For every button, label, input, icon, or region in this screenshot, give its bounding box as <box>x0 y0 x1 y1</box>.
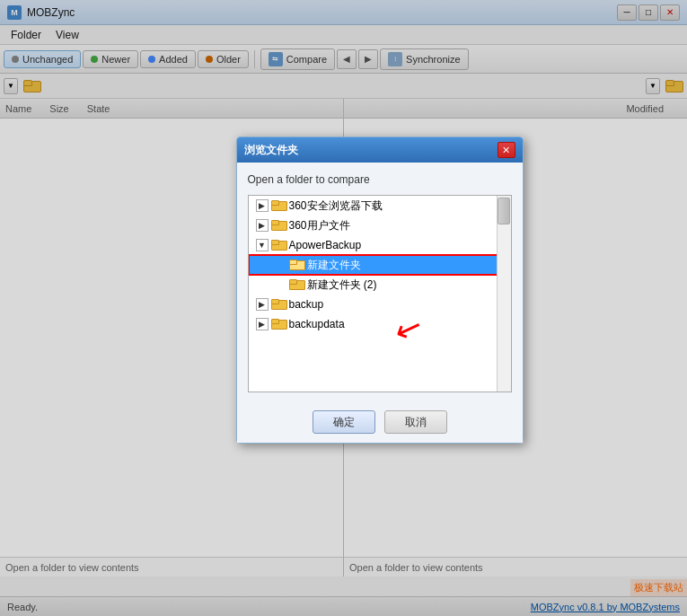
expand-2[interactable]: ▼ <box>256 239 269 251</box>
tree-label-6: backupdata <box>289 318 345 330</box>
expand-6[interactable]: ▶ <box>256 318 269 330</box>
dialog-titlebar: 浏览文件夹 ✕ <box>237 137 523 163</box>
tree-label-3: 新建文件夹 <box>307 258 361 273</box>
tree-label-0: 360安全浏览器下载 <box>289 198 383 214</box>
dialog-prompt: Open a folder to compare <box>248 173 512 186</box>
dialog-title: 浏览文件夹 <box>244 143 498 158</box>
folder-icon-2 <box>271 240 286 251</box>
scrollbar-track[interactable] <box>497 196 511 392</box>
ok-button[interactable]: 确定 <box>313 410 375 434</box>
tree-item-2[interactable]: ▼ ApowerBackup <box>249 235 511 255</box>
folder-icon-5 <box>271 299 286 310</box>
dialog-body: Open a folder to compare ▶ 360安全浏览器下载 ▶ … <box>237 163 523 403</box>
browse-folder-dialog: 浏览文件夹 ✕ Open a folder to compare ▶ 360安全… <box>236 136 524 444</box>
folder-icon-4 <box>289 279 304 290</box>
folder-icon-1 <box>271 220 286 231</box>
cancel-button[interactable]: 取消 <box>384 410 447 434</box>
scrollbar-thumb[interactable] <box>498 198 510 224</box>
folder-icon-3 <box>289 260 304 270</box>
folder-icon-6 <box>271 319 286 330</box>
folder-icon-0 <box>271 200 286 211</box>
tree-label-2: ApowerBackup <box>289 239 362 251</box>
dialog-overlay: 浏览文件夹 ✕ Open a folder to compare ▶ 360安全… <box>0 0 687 616</box>
tree-item-0[interactable]: ▶ 360安全浏览器下载 <box>249 196 511 216</box>
tree-item-6[interactable]: ▶ backupdata <box>249 314 511 334</box>
dialog-close-button[interactable]: ✕ <box>498 142 515 158</box>
tree-item-4[interactable]: 新建文件夹 (2) <box>249 275 511 295</box>
tree-item-1[interactable]: ▶ 360用户文件 <box>249 216 511 235</box>
expand-0[interactable]: ▶ <box>256 199 269 212</box>
expand-5[interactable]: ▶ <box>256 298 269 311</box>
tree-label-1: 360用户文件 <box>289 218 350 233</box>
tree-label-4: 新建文件夹 (2) <box>307 277 377 293</box>
tree-item-3[interactable]: 新建文件夹 <box>249 255 511 275</box>
folder-tree[interactable]: ▶ 360安全浏览器下载 ▶ 360用户文件 ▼ ApowerBackup <box>248 195 512 392</box>
tree-item-5[interactable]: ▶ backup <box>249 295 511 314</box>
dialog-footer: 确定 取消 <box>237 403 523 443</box>
tree-label-5: backup <box>289 298 324 311</box>
expand-1[interactable]: ▶ <box>256 219 269 232</box>
